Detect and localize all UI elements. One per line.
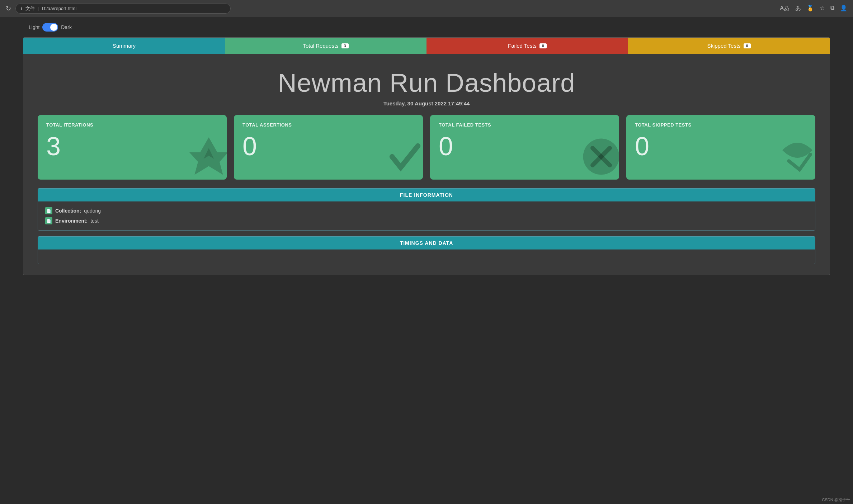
environment-value: test xyxy=(90,218,99,224)
stat-skipped-label: TOTAL SKIPPED TESTS xyxy=(635,122,807,128)
file-info-environment-row: 📄 Environment: test xyxy=(45,217,808,224)
toggle-knob xyxy=(50,24,57,31)
environment-label: Environment: xyxy=(55,218,88,224)
stat-card-failed: TOTAL FAILED TESTS 0 xyxy=(430,115,619,180)
tab-skipped-tests[interactable]: Skipped Tests 0 xyxy=(628,38,830,54)
dashboard-title: Newman Run Dashboard xyxy=(38,68,815,98)
stat-card-iterations: TOTAL ITERATIONS 3 xyxy=(38,115,227,180)
browser-bar: ↻ ℹ 文件 | D:/aa/report.html Aあ あ 🏅 ☆ ⧉ 👤 xyxy=(0,0,853,17)
stat-iterations-value: 3 xyxy=(46,133,218,159)
split-view-icon[interactable]: ⧉ xyxy=(830,5,834,12)
tab-skipped-label: Skipped Tests xyxy=(707,43,740,49)
stat-assertions-label: TOTAL ASSERTIONS xyxy=(242,122,414,128)
stat-assertions-value: 0 xyxy=(242,133,414,159)
stat-failed-label: TOTAL FAILED TESTS xyxy=(439,122,611,128)
url-file-label: 文件 xyxy=(25,5,35,12)
light-label: Light xyxy=(29,24,39,30)
collection-file-icon: 📄 xyxy=(45,207,52,214)
theme-toggle-bar: Light Dark xyxy=(0,17,853,37)
stats-grid: TOTAL ITERATIONS 3 TOTAL ASSERTIONS 0 xyxy=(38,115,815,180)
info-icon: ℹ xyxy=(21,6,23,11)
tab-skipped-badge: 0 xyxy=(744,43,751,48)
bottom-bar-text: CSDN @抠子千 xyxy=(822,498,850,502)
translate-icon[interactable]: あ xyxy=(795,5,801,12)
url-bar[interactable]: ℹ 文件 | D:/aa/report.html xyxy=(15,4,231,14)
theme-toggle[interactable] xyxy=(42,23,58,32)
stat-skipped-value: 0 xyxy=(635,133,807,159)
dark-label: Dark xyxy=(61,24,72,30)
timing-section: TIMINGS AND DATA xyxy=(38,236,815,264)
tab-navigation: Summary Total Requests 3 Failed Tests 0 … xyxy=(23,38,830,54)
tab-failed-badge: 0 xyxy=(539,43,547,48)
tab-summary[interactable]: Summary xyxy=(23,38,225,54)
dashboard-date: Tuesday, 30 August 2022 17:49:44 xyxy=(38,100,815,106)
file-info-section: FILE INFORMATION 📄 Collection: qudong 📄 … xyxy=(38,188,815,230)
tab-total-label: Total Requests xyxy=(303,43,338,49)
stat-card-assertions: TOTAL ASSERTIONS 0 xyxy=(234,115,423,180)
font-size-icon[interactable]: Aあ xyxy=(780,5,790,12)
tab-total-requests[interactable]: Total Requests 3 xyxy=(225,38,426,54)
environment-file-icon: 📄 xyxy=(45,217,52,224)
stat-card-skipped: TOTAL SKIPPED TESTS 0 xyxy=(626,115,815,180)
profile-icon[interactable]: 👤 xyxy=(840,5,847,12)
collection-label: Collection: xyxy=(55,208,81,214)
url-separator: | xyxy=(38,6,39,11)
badge-icon[interactable]: 🏅 xyxy=(807,5,814,12)
collection-value: qudong xyxy=(84,208,101,214)
stat-iterations-label: TOTAL ITERATIONS xyxy=(46,122,218,128)
tab-total-badge: 3 xyxy=(341,43,349,48)
tab-failed-tests[interactable]: Failed Tests 0 xyxy=(426,38,628,54)
tab-summary-label: Summary xyxy=(113,43,136,49)
bottom-bar: CSDN @抠子千 xyxy=(819,496,853,504)
browser-actions: Aあ あ 🏅 ☆ ⧉ 👤 xyxy=(780,5,847,12)
reload-icon[interactable]: ↻ xyxy=(6,5,11,13)
content-area: Newman Run Dashboard Tuesday, 30 August … xyxy=(23,54,830,275)
file-info-collection-row: 📄 Collection: qudong xyxy=(45,207,808,214)
url-path: D:/aa/report.html xyxy=(42,6,76,11)
stat-failed-value: 0 xyxy=(439,133,611,159)
timing-header: TIMINGS AND DATA xyxy=(38,237,815,249)
favorites-icon[interactable]: ☆ xyxy=(820,5,825,12)
tab-failed-label: Failed Tests xyxy=(508,43,537,49)
timing-body xyxy=(38,249,815,264)
file-info-header: FILE INFORMATION xyxy=(38,189,815,201)
main-container: Summary Total Requests 3 Failed Tests 0 … xyxy=(23,37,830,275)
file-info-body: 📄 Collection: qudong 📄 Environment: test xyxy=(38,201,815,230)
